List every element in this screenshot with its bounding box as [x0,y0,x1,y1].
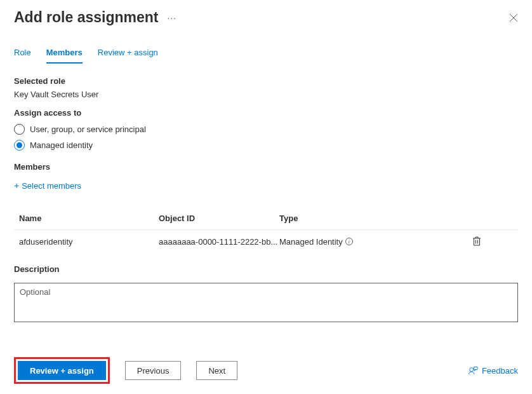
member-object-id: aaaaaaaa-0000-1111-2222-bb... [159,237,279,247]
next-button[interactable]: Next [196,361,237,380]
plus-icon: + [14,180,19,191]
selected-role-value: Key Vault Secrets User [14,90,518,99]
page-title: Add role assignment [14,9,158,26]
radio-label: User, group, or service principal [30,125,146,134]
select-members-label: Select members [22,181,81,191]
radio-user-group[interactable]: User, group, or service principal [14,121,518,137]
radio-icon [14,140,25,151]
more-actions-icon[interactable]: ··· [167,13,176,23]
members-label: Members [14,162,518,172]
assign-access-label: Assign access to [14,108,518,118]
radio-icon [14,124,25,135]
highlight-box: Review + assign [14,357,110,384]
col-header-type: Type [279,214,375,223]
tab-role[interactable]: Role [14,48,31,64]
selected-role-label: Selected role [14,76,518,86]
main-content: Selected role Key Vault Secrets User Ass… [0,64,532,324]
assign-access-radio-group: User, group, or service principal Manage… [14,121,518,153]
description-label: Description [14,264,518,274]
feedback-link[interactable]: Feedback [469,366,518,376]
radio-label: Managed identity [30,140,93,150]
page-header: Add role assignment ··· [0,0,532,31]
col-header-name: Name [19,214,159,223]
table-row: afduseridentity aaaaaaaa-0000-1111-2222-… [14,230,518,253]
svg-point-2 [470,367,474,371]
select-members-link[interactable]: + Select members [14,180,81,191]
feedback-icon [469,366,478,376]
tab-bar: Role Members Review + assign [0,31,532,64]
table-header: Name Object ID Type [14,207,518,230]
member-name: afduseridentity [19,237,159,247]
member-type: Managed Identity [279,237,343,247]
col-header-objectid: Object ID [159,214,279,223]
tab-review[interactable]: Review + assign [98,48,158,64]
description-input[interactable] [14,283,518,322]
previous-button[interactable]: Previous [125,361,182,380]
members-table: Name Object ID Type afduseridentity aaaa… [14,207,518,253]
review-assign-button[interactable]: Review + assign [18,361,106,380]
delete-icon[interactable] [472,236,481,247]
radio-managed-identity[interactable]: Managed identity [14,137,518,153]
footer-bar: Review + assign Previous Next Feedback [0,357,532,384]
feedback-label: Feedback [482,366,518,376]
tab-members[interactable]: Members [46,48,83,64]
svg-rect-3 [474,367,477,369]
info-icon[interactable]: i [345,238,353,245]
close-icon[interactable] [509,13,518,22]
